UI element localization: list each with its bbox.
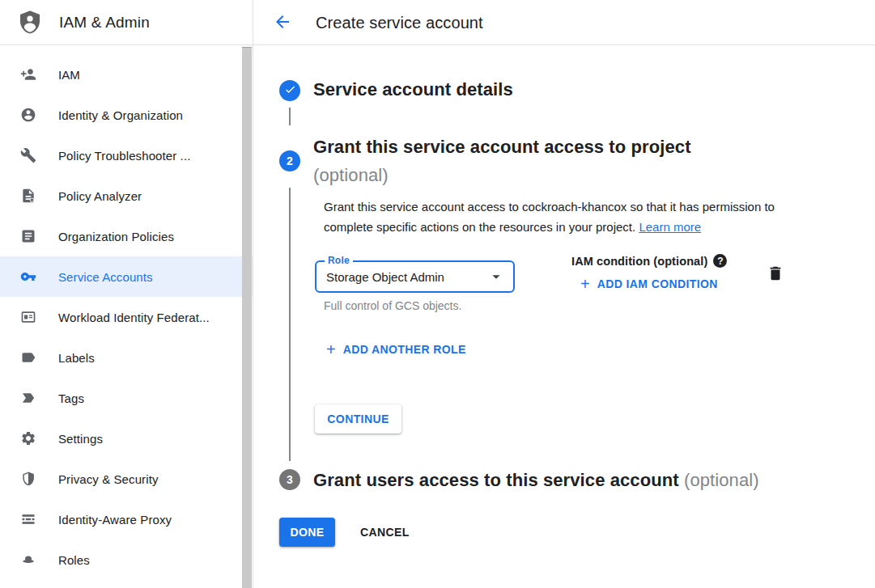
sidebar-item-label: Labels xyxy=(58,351,95,365)
hat-icon xyxy=(20,552,36,568)
page-title: Create service account xyxy=(316,14,483,32)
role-field-label: Role xyxy=(325,255,353,266)
sidebar-item-iam[interactable]: IAM xyxy=(0,54,253,95)
sidebar-divider xyxy=(253,0,253,588)
step2-title: Grant this service account access to pro… xyxy=(313,137,691,158)
sidebar-item-label: Policy Troubleshooter ... xyxy=(58,149,190,163)
sidebar-item-settings[interactable]: Settings xyxy=(0,418,253,459)
iam-admin-shield-icon xyxy=(17,9,43,36)
sidebar-item-policy-analyzer[interactable]: Policy Analyzer xyxy=(0,176,253,216)
step-connector-1 xyxy=(289,108,291,125)
step-connector-2 xyxy=(289,188,291,461)
sidebar-item-label: Policy Analyzer xyxy=(58,189,142,203)
sidebar-item-roles[interactable]: Roles xyxy=(0,539,253,580)
role-selected-value: Storage Object Admin xyxy=(326,270,487,284)
app-title: IAM & Admin xyxy=(59,14,150,32)
sidebar-item-identity-organization[interactable]: Identity & Organization xyxy=(0,95,253,135)
sidebar-scrollbar[interactable] xyxy=(242,47,252,588)
step1-title: Service account details xyxy=(313,79,513,100)
sidebar-item-label: Roles xyxy=(58,553,90,567)
sidebar-item-label: Settings xyxy=(58,432,103,446)
step3-circle: 3 xyxy=(279,469,300,490)
step3-title: Grant users access to this service accou… xyxy=(313,470,679,490)
create-service-account-page: IAM & Admin Create service account IAM I… xyxy=(0,0,875,588)
dropdown-arrow-icon xyxy=(487,268,505,286)
gear-icon xyxy=(20,430,36,446)
product-header: IAM & Admin xyxy=(0,0,253,45)
role-select[interactable]: Role Storage Object Admin xyxy=(315,260,515,293)
add-iam-condition-label: ADD IAM CONDITION xyxy=(597,277,718,290)
account-circle-icon xyxy=(20,107,36,123)
article-icon xyxy=(20,228,36,244)
service-account-key-icon xyxy=(20,269,36,285)
learn-more-link[interactable]: Learn more xyxy=(639,220,701,234)
sidebar-item-label: Tags xyxy=(58,391,84,405)
step2-description: Grant this service account access to coc… xyxy=(324,197,803,237)
person-add-icon xyxy=(20,66,36,82)
shield-icon xyxy=(20,471,36,487)
wrench-icon xyxy=(20,147,36,163)
add-iam-condition-button[interactable]: + ADD IAM CONDITION xyxy=(580,276,718,292)
sidebar-item-policy-troubleshooter[interactable]: Policy Troubleshooter ... xyxy=(0,135,253,176)
delete-role-button[interactable] xyxy=(766,264,785,284)
arrow-back-icon xyxy=(273,12,292,34)
sidebar-item-identity-aware-proxy[interactable]: Identity-Aware Proxy xyxy=(0,499,253,539)
sidebar-item-privacy-security[interactable]: Privacy & Security xyxy=(0,459,253,499)
sidebar-item-label: IAM xyxy=(58,68,80,82)
sidebar-nav: IAM Identity & Organization Policy Troub… xyxy=(0,45,253,588)
sidebar-item-organization-policies[interactable]: Organization Policies xyxy=(0,216,253,256)
sidebar-item-label: Service Accounts xyxy=(58,270,153,284)
step2-circle: 2 xyxy=(279,150,300,171)
back-button[interactable] xyxy=(266,6,299,39)
iam-condition-label: IAM condition (optional) xyxy=(571,255,707,268)
plus-icon: + xyxy=(326,341,336,357)
add-another-role-label: ADD ANOTHER ROLE xyxy=(343,343,466,356)
sidebar-item-workload-identity-federation[interactable]: Workload Identity Federat... xyxy=(0,297,253,337)
sidebar-item-label: Identity-Aware Proxy xyxy=(58,513,172,527)
sidebar-item-label: Workload Identity Federat... xyxy=(58,311,210,324)
trash-icon xyxy=(767,273,784,285)
page-header: Create service account xyxy=(253,0,483,45)
step3-title-optional: (optional) xyxy=(684,470,759,490)
sidebar-item-label: Organization Policies xyxy=(58,230,174,243)
label-tag-icon xyxy=(20,349,36,366)
badge-card-icon xyxy=(20,309,36,325)
step3-title-row: Grant users access to this service accou… xyxy=(313,470,759,491)
help-icon[interactable]: ? xyxy=(713,254,727,268)
step2-number: 2 xyxy=(287,154,293,167)
iam-condition-header: IAM condition (optional) ? xyxy=(571,254,727,268)
check-icon xyxy=(284,83,296,98)
role-helper-text: Full control of GCS objects. xyxy=(324,299,461,312)
cancel-button[interactable]: CANCEL xyxy=(354,518,416,547)
done-button[interactable]: DONE xyxy=(279,518,335,547)
step2-title-optional: (optional) xyxy=(313,165,389,186)
document-search-icon xyxy=(20,188,36,204)
step1-completed-circle xyxy=(279,80,300,101)
sidebar-item-label: Identity & Organization xyxy=(58,108,183,122)
label-important-icon xyxy=(20,390,36,406)
plus-icon: + xyxy=(580,276,590,292)
step2-description-text: Grant this service account access to coc… xyxy=(324,200,775,234)
continue-button[interactable]: CONTINUE xyxy=(315,404,401,434)
sidebar-item-label: Privacy & Security xyxy=(58,472,159,486)
sidebar-item-service-accounts[interactable]: Service Accounts xyxy=(0,256,253,297)
add-another-role-button[interactable]: + ADD ANOTHER ROLE xyxy=(326,341,466,357)
step3-number: 3 xyxy=(287,473,293,486)
sidebar-item-labels[interactable]: Labels xyxy=(0,337,253,378)
proxy-icon xyxy=(20,511,36,527)
sidebar-item-tags[interactable]: Tags xyxy=(0,378,253,418)
top-header: IAM & Admin Create service account xyxy=(0,0,875,45)
